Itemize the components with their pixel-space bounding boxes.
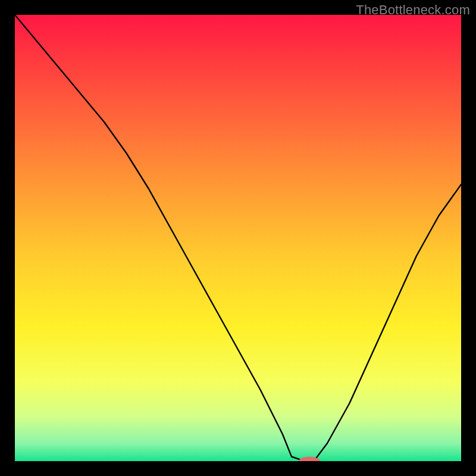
chart-svg	[15, 15, 461, 461]
watermark-text: TheBottleneck.com	[356, 2, 470, 18]
gradient-background	[15, 15, 461, 461]
chart-container: TheBottleneck.com	[0, 0, 476, 476]
plot-area	[15, 15, 461, 461]
